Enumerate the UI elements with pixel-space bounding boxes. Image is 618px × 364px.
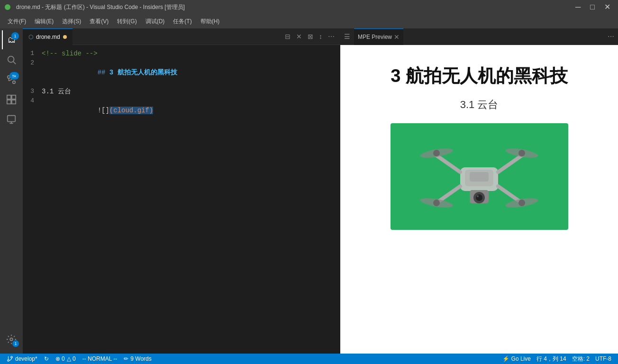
source-control-icon[interactable]: 5k xyxy=(2,70,21,89)
explorer-icon[interactable]: 🗂 1 xyxy=(2,30,21,49)
preview-slide: 3 航拍无人机的黑科技 3.1 云台 xyxy=(369,64,590,230)
row-col-indicator[interactable]: 行 4，列 14 xyxy=(534,354,569,364)
words-count: 9 Words xyxy=(130,355,151,362)
status-left: develop* ↻ ⊗ 0 △ 0 -- NORMAL -- ✏ 9 Word… xyxy=(4,354,154,364)
split-editor-button[interactable]: ⊟ xyxy=(283,31,292,42)
drone-illustration xyxy=(408,129,550,224)
spaces-indicator[interactable]: 空格: 2 xyxy=(569,354,592,364)
editor-area: ⬡ drone.md ⊟ ✕ ⊠ ↕ ⋯ xyxy=(23,28,618,354)
maximize-button[interactable]: □ xyxy=(587,3,598,11)
svg-rect-7 xyxy=(7,95,11,99)
menu-goto[interactable]: 转到(G) xyxy=(113,16,140,27)
extensions-icon[interactable] xyxy=(2,90,21,109)
branch-name: develop* xyxy=(15,355,37,362)
preview-title: 3 航拍无人机的黑科技 xyxy=(391,64,568,88)
branch-indicator[interactable]: develop* xyxy=(4,354,40,364)
preview-tab-label: MPE Preview xyxy=(358,34,392,40)
preview-tab[interactable]: MPE Preview ✕ xyxy=(354,28,403,45)
svg-rect-8 xyxy=(12,95,16,99)
toggle-panel-button[interactable]: ⊠ xyxy=(306,31,315,42)
svg-line-16 xyxy=(436,155,460,172)
line-content-2: ## 3 航拍无人机的黑科技 xyxy=(42,58,177,87)
menu-select[interactable]: 选择(S) xyxy=(58,16,85,27)
mode-indicator: -- NORMAL -- xyxy=(80,354,120,364)
editor-tab-bar: ⬡ drone.md ⊟ ✕ ⊠ ↕ ⋯ xyxy=(23,28,340,45)
sync-button[interactable]: ↻ xyxy=(41,354,52,364)
close-tab-button[interactable]: ✕ xyxy=(294,31,304,42)
activity-bar: 🗂 1 5k xyxy=(0,28,23,354)
editor-preview-split: ⬡ drone.md ⊟ ✕ ⊠ ↕ ⋯ xyxy=(23,28,618,354)
preview-subtitle: 3.1 云台 xyxy=(460,98,499,112)
svg-point-3 xyxy=(13,81,16,84)
line-content-3: 3.1 云台 xyxy=(42,87,71,96)
svg-rect-33 xyxy=(470,172,489,182)
go-live-label: Go Live xyxy=(511,355,531,362)
preview-content[interactable]: 3 航拍无人机的黑科技 3.1 云台 xyxy=(340,45,618,354)
svg-point-30 xyxy=(476,194,482,201)
svg-point-36 xyxy=(8,360,9,362)
mode-text: -- NORMAL -- xyxy=(82,355,118,362)
menu-help[interactable]: 帮助(H) xyxy=(197,16,224,27)
preview-tab-close-button[interactable]: ✕ xyxy=(394,33,400,41)
remote-icon[interactable] xyxy=(2,110,21,129)
svg-point-27 xyxy=(518,200,525,206)
code-line-2: 2 ## 3 航拍无人机的黑科技 xyxy=(23,58,340,87)
menu-file[interactable]: 文件(F) xyxy=(4,16,30,27)
svg-point-14 xyxy=(10,338,13,341)
code-content[interactable]: 1 <!-- slide --> 2 ## 3 航拍无人机的黑科技 3 3.1 … xyxy=(23,45,340,354)
svg-rect-10 xyxy=(12,100,16,104)
menu-task[interactable]: 任务(T) xyxy=(169,16,195,27)
line-number-1: 1 xyxy=(23,49,42,58)
more-actions-button[interactable]: ⋯ xyxy=(326,31,336,42)
menu-debug[interactable]: 调试(D) xyxy=(142,16,169,27)
line-number-3: 3 xyxy=(23,87,42,96)
close-button[interactable]: ✕ xyxy=(601,3,613,11)
menu-edit[interactable]: 编辑(E) xyxy=(31,16,57,27)
words-indicator[interactable]: ✏ 9 Words xyxy=(121,354,154,364)
sync-scroll-button[interactable]: ↕ xyxy=(317,31,324,42)
line-number-2: 2 xyxy=(23,58,42,68)
preview-more-button[interactable]: ⋯ xyxy=(608,33,614,40)
modified-dot xyxy=(63,35,67,39)
md-file-icon: ⬡ xyxy=(28,34,33,40)
sync-icon: ↻ xyxy=(44,355,49,362)
svg-line-17 xyxy=(498,155,522,172)
go-live-button[interactable]: ⚡ Go Live xyxy=(500,354,534,364)
row-col-text: 行 4，列 14 xyxy=(536,355,566,363)
svg-point-31 xyxy=(477,195,479,197)
git-branch-icon xyxy=(7,355,13,362)
preview-image xyxy=(391,123,568,230)
app-icon-dot xyxy=(5,4,10,10)
svg-point-25 xyxy=(518,150,525,156)
window-title: drone.md - 无标题 (工作区) - Visual Studio Cod… xyxy=(16,3,185,11)
editor-tab-drone[interactable]: ⬡ drone.md xyxy=(23,28,73,45)
preview-icon: ☰ xyxy=(344,33,350,40)
svg-point-0 xyxy=(8,56,14,63)
errors-text: ⊗ 0 xyxy=(55,355,65,362)
main-layout: 🗂 1 5k xyxy=(0,28,618,354)
svg-rect-11 xyxy=(8,116,16,122)
menu-view[interactable]: 查看(V) xyxy=(86,16,112,27)
minimize-button[interactable]: ─ xyxy=(573,3,583,11)
preview-panel: ☰ MPE Preview ✕ ⋯ 3 航拍无人机的黑科技 xyxy=(340,28,618,354)
line-content-4: ![](cloud.gif) xyxy=(42,96,153,125)
code-line-4: 4 ![](cloud.gif) xyxy=(23,96,340,125)
svg-line-1 xyxy=(13,62,16,64)
code-editor: ⬡ drone.md ⊟ ✕ ⊠ ↕ ⋯ xyxy=(23,28,340,354)
svg-point-35 xyxy=(11,356,13,358)
errors-indicator[interactable]: ⊗ 0 △ 0 xyxy=(53,354,79,364)
editor-tab-filename: drone.md xyxy=(36,34,60,40)
explorer-badge: 1 xyxy=(11,32,19,40)
preview-tab-bar: ☰ MPE Preview ✕ ⋯ xyxy=(340,28,618,45)
encoding-indicator[interactable]: UTF-8 xyxy=(592,354,614,364)
settings-badge: 1 xyxy=(12,340,19,347)
search-icon[interactable] xyxy=(2,50,21,69)
source-control-badge: 5k xyxy=(9,72,19,80)
line-content-1: <!-- slide --> xyxy=(42,49,98,58)
menu-bar: 文件(F) 编辑(E) 选择(S) 查看(V) 转到(G) 调试(D) 任务(T… xyxy=(0,14,618,28)
settings-icon[interactable]: 1 xyxy=(2,330,21,349)
svg-point-26 xyxy=(433,200,440,206)
title-bar: drone.md - 无标题 (工作区) - Visual Studio Cod… xyxy=(0,0,618,14)
code-line-1: 1 <!-- slide --> xyxy=(23,49,340,58)
line-number-4: 4 xyxy=(23,96,42,106)
